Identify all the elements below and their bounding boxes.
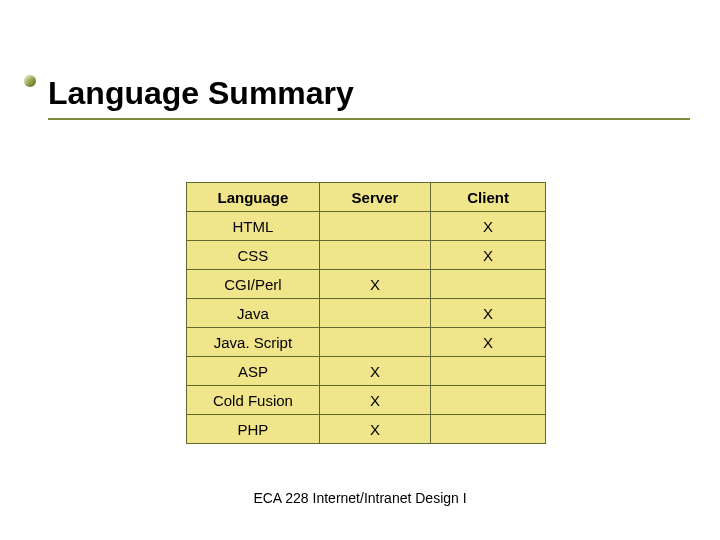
cell-language: CGI/Perl — [187, 270, 320, 299]
cell-server — [319, 241, 430, 270]
cell-language: PHP — [187, 415, 320, 444]
cell-client: X — [431, 212, 546, 241]
cell-language: HTML — [187, 212, 320, 241]
cell-language: CSS — [187, 241, 320, 270]
cell-client: X — [431, 299, 546, 328]
cell-language: ASP — [187, 357, 320, 386]
table-row: CSS X — [187, 241, 546, 270]
cell-language: Java. Script — [187, 328, 320, 357]
table-row: ASP X — [187, 357, 546, 386]
table-row: CGI/Perl X — [187, 270, 546, 299]
col-header-server: Server — [319, 183, 430, 212]
cell-client — [431, 270, 546, 299]
slide-title: Language Summary — [48, 75, 690, 118]
cell-server: X — [319, 386, 430, 415]
cell-server — [319, 212, 430, 241]
table-row: Cold Fusion X — [187, 386, 546, 415]
slide-title-area: Language Summary — [48, 75, 690, 120]
cell-client — [431, 357, 546, 386]
cell-server — [319, 328, 430, 357]
table-row: Java X — [187, 299, 546, 328]
cell-client: X — [431, 328, 546, 357]
table-header-row: Language Server Client — [187, 183, 546, 212]
title-underline — [48, 118, 690, 120]
table-row: PHP X — [187, 415, 546, 444]
cell-server: X — [319, 357, 430, 386]
cell-client — [431, 386, 546, 415]
cell-server: X — [319, 415, 430, 444]
slide-footer: ECA 228 Internet/Intranet Design I — [0, 490, 720, 506]
col-header-language: Language — [187, 183, 320, 212]
cell-client — [431, 415, 546, 444]
cell-client: X — [431, 241, 546, 270]
table-row: Java. Script X — [187, 328, 546, 357]
col-header-client: Client — [431, 183, 546, 212]
table-row: HTML X — [187, 212, 546, 241]
cell-language: Java — [187, 299, 320, 328]
cell-server — [319, 299, 430, 328]
language-table: Language Server Client HTML X CSS X CGI/… — [186, 182, 546, 444]
cell-server: X — [319, 270, 430, 299]
cell-language: Cold Fusion — [187, 386, 320, 415]
bullet-icon — [24, 75, 36, 87]
